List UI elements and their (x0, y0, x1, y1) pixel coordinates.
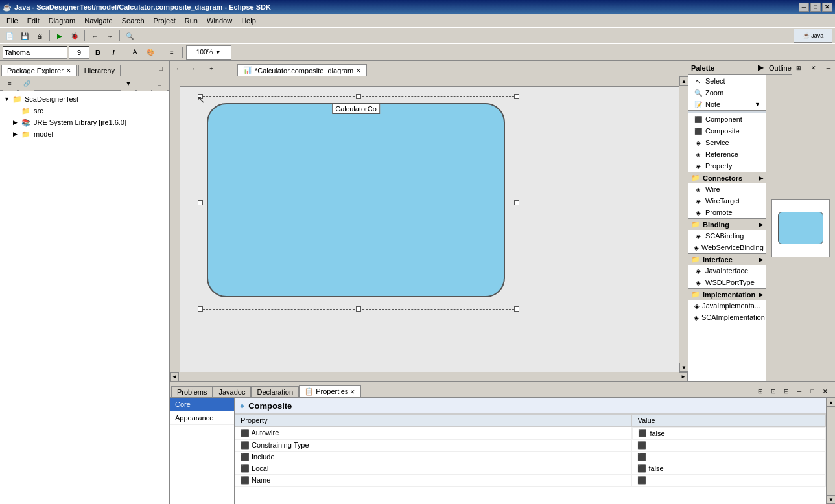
bottom-icon2[interactable]: ⊡ (768, 385, 779, 397)
menu-diagram[interactable]: Diagram (45, 16, 80, 26)
palette-item-scabinding[interactable]: ◈ SCABinding (688, 230, 766, 242)
properties-scrollbar[interactable]: ▲ ▼ (826, 398, 835, 504)
close-button[interactable]: ✕ (822, 3, 832, 12)
link-editor-button[interactable]: 🔗 (19, 76, 34, 91)
package-explorer-close[interactable]: ✕ (66, 67, 71, 74)
scroll-down-button[interactable]: ▼ (679, 363, 688, 372)
outline-icon-view[interactable]: ⊞ (792, 61, 806, 75)
palette-item-note[interactable]: 📝 Note ▼ (688, 98, 766, 110)
menu-navigate[interactable]: Navigate (80, 16, 116, 26)
implementation-expand[interactable]: ▶ (759, 292, 763, 298)
palette-item-webservicebinding[interactable]: ◈ WebServiceBinding (688, 242, 766, 253)
tab-javadoc[interactable]: Javadoc (213, 386, 251, 397)
handle-mr[interactable] (514, 200, 519, 205)
menu-file[interactable]: File (3, 16, 22, 26)
section-implementation[interactable]: 📁 Implementation ▶ (688, 288, 766, 300)
diagram-area[interactable]: CalculatorCo ↖ (180, 76, 679, 372)
palette-item-wire[interactable]: ◈ Wire (688, 183, 766, 195)
menu-window[interactable]: Window (203, 16, 236, 26)
panel-minimize-button[interactable]: ─ (137, 76, 151, 91)
font-color-button[interactable]: A (128, 45, 142, 60)
bottom-icon3[interactable]: ⊟ (781, 385, 792, 397)
prop-scroll-track[interactable] (827, 407, 835, 495)
zoom-out-button[interactable]: - (218, 62, 233, 76)
prop-name-value[interactable]: ⬛ (632, 475, 826, 487)
prop-constraining-value[interactable]: ⬛ (632, 440, 826, 452)
search-button[interactable]: 🔍 (123, 29, 137, 43)
maximize-panel-button[interactable]: □ (154, 62, 168, 76)
font-size-input[interactable] (69, 46, 89, 59)
menu-search[interactable]: Search (118, 16, 148, 26)
font-family-input[interactable] (3, 46, 67, 59)
properties-close[interactable]: ✕ (350, 389, 355, 395)
tab-package-explorer[interactable]: Package Explorer ✕ (1, 65, 77, 76)
connectors-expand[interactable]: ▶ (759, 175, 763, 181)
section-connectors[interactable]: 📁 Connectors ▶ (688, 172, 766, 183)
bottom-close[interactable]: ✕ (819, 385, 831, 397)
prop-include-value[interactable]: ⬛ (632, 452, 826, 463)
prop-local-value[interactable]: ⬛ false (632, 463, 826, 475)
collapse-all-button[interactable]: ≡ (3, 76, 17, 91)
menu-run[interactable]: Run (181, 16, 202, 26)
tab-hierarchy[interactable]: Hierarchy (78, 65, 121, 76)
jre-expander[interactable]: ▶ (13, 119, 21, 126)
outline-minimize[interactable]: ─ (821, 61, 835, 75)
prop-autowire-value[interactable]: ⬛ false (632, 427, 825, 439)
tab-problems[interactable]: Problems (171, 386, 213, 397)
palette-item-composite[interactable]: ⬛ Composite (688, 125, 766, 137)
zoom-select[interactable]: 100% ▼ (186, 45, 231, 60)
title-bar-controls[interactable]: ─ □ ✕ (799, 3, 832, 12)
back-button[interactable]: ← (88, 29, 102, 43)
debug-button[interactable]: 🐞 (67, 29, 82, 43)
diagram-tab-close[interactable]: ✕ (356, 67, 361, 74)
undo-button[interactable]: ← (171, 62, 185, 76)
palette-expand-icon[interactable]: ▶ (758, 63, 763, 72)
palette-item-reference[interactable]: ◈ Reference (688, 148, 766, 160)
scroll-right-button[interactable]: ► (679, 372, 688, 382)
handle-br[interactable] (514, 306, 519, 312)
prop-scroll-up[interactable]: ▲ (827, 398, 835, 407)
align-button[interactable]: ≡ (165, 45, 179, 60)
save-button[interactable]: 💾 (18, 29, 32, 43)
tree-item-model[interactable]: ▶ 📁 model (3, 128, 167, 140)
palette-item-javainterface[interactable]: ◈ JavaInterface (688, 265, 766, 277)
palette-item-javaimplementa[interactable]: ◈ JavaImplementa... (688, 300, 766, 312)
tree-item-jre[interactable]: ▶ 📚 JRE System Library [jre1.6.0] (3, 117, 167, 128)
run-button[interactable]: ▶ (53, 29, 67, 43)
tree-item-src[interactable]: 📁 src (3, 105, 167, 117)
handle-bl[interactable] (198, 306, 203, 312)
handle-bm[interactable] (356, 306, 361, 312)
handle-tm[interactable] (356, 94, 361, 99)
interface-expand[interactable]: ▶ (759, 257, 763, 263)
maximize-button[interactable]: □ (810, 3, 821, 12)
diagram-tab-calculator[interactable]: 📊 *Calculator.composite_diagram ✕ (237, 64, 367, 76)
minimize-panel-button[interactable]: ─ (139, 62, 154, 76)
fill-color-button[interactable]: 🎨 (143, 45, 158, 60)
palette-item-promote[interactable]: ◈ Promote (688, 207, 766, 218)
composite-shape[interactable]: CalculatorCo (207, 103, 505, 297)
menu-help[interactable]: Help (237, 16, 260, 26)
binding-expand[interactable]: ▶ (759, 222, 763, 228)
model-expander[interactable]: ▶ (13, 131, 21, 137)
panel-maximize-button[interactable]: □ (152, 76, 167, 91)
menu-edit[interactable]: Edit (23, 16, 43, 26)
palette-item-wsdlporttype[interactable]: ◈ WSDLPortType (688, 277, 766, 288)
prop-scroll-down[interactable]: ▼ (827, 495, 835, 504)
handle-tr[interactable] (514, 94, 519, 99)
handle-ml[interactable] (198, 200, 203, 205)
tab-declaration[interactable]: Declaration (251, 386, 299, 397)
redo-button[interactable]: → (185, 62, 200, 76)
vertical-scrollbar[interactable]: ▲ ▼ (679, 76, 688, 372)
palette-item-property[interactable]: ◈ Property (688, 160, 766, 172)
tree-item-root[interactable]: ▼ 📁 ScaDesignerTest (3, 93, 167, 105)
italic-button[interactable]: I (106, 46, 121, 59)
scroll-up-button[interactable]: ▲ (679, 76, 688, 86)
menu-project[interactable]: Project (150, 16, 180, 26)
minimize-button[interactable]: ─ (799, 3, 809, 12)
note-dropdown[interactable]: ▼ (755, 101, 760, 108)
outline-close[interactable]: ✕ (806, 61, 821, 75)
bottom-maximize[interactable]: □ (806, 385, 818, 397)
section-binding[interactable]: 📁 Binding ▶ (688, 218, 766, 230)
palette-item-zoom[interactable]: 🔍 Zoom (688, 87, 766, 98)
bottom-minimize[interactable]: ─ (794, 385, 805, 397)
